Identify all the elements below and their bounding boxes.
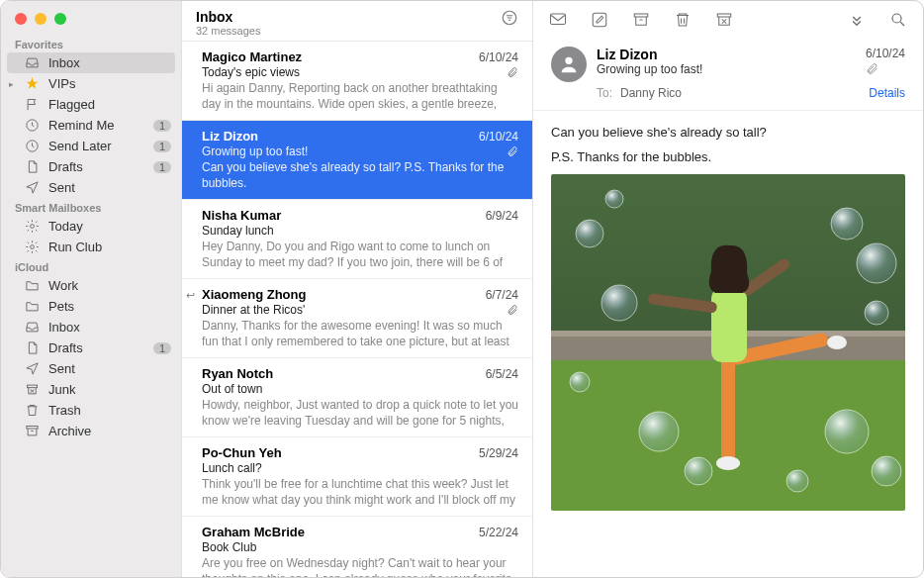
sidebar-item-label: Drafts [48, 340, 145, 355]
details-link[interactable]: Details [869, 86, 905, 100]
sidebar-item-label: Remind Me [48, 118, 145, 133]
sidebar-item-today[interactable]: Today [1, 216, 181, 237]
sidebar-item-label: Work [48, 278, 171, 293]
minimize-window-button[interactable] [35, 13, 46, 25]
reader-body: Can you believe she's already so tall? P… [533, 111, 923, 525]
attachment-icon [866, 62, 905, 75]
sidebar-item-label: Run Club [48, 240, 171, 254]
close-window-button[interactable] [15, 13, 27, 25]
message-list-pane: Inbox 32 messages Magico Martinez6/10/24… [181, 1, 533, 577]
message-date: 5/22/24 [479, 526, 518, 539]
reply-icon[interactable] [549, 11, 567, 29]
paperplane-icon [25, 180, 41, 195]
folder-icon [25, 299, 41, 314]
svg-point-18 [892, 14, 901, 23]
mail-window: FavoritesInbox▸VIPsFlaggedRemind Me1Send… [0, 0, 924, 578]
sidebar-item-junk[interactable]: Junk [1, 379, 181, 400]
message-preview: Are you free on Wednesday night? Can't w… [202, 555, 518, 577]
junk-icon[interactable] [715, 11, 733, 29]
message-from: Po-Chun Yeh [202, 445, 479, 460]
sidebar-item-drafts[interactable]: Drafts1 [1, 337, 181, 358]
svg-rect-26 [721, 352, 735, 461]
message-from: Graham McBride [202, 525, 479, 539]
sidebar-heading: iCloud [1, 257, 181, 275]
compose-icon[interactable] [591, 11, 608, 29]
sidebar-badge: 1 [153, 120, 171, 132]
message-list: Magico Martinez6/10/24Today's epic views… [182, 42, 532, 577]
message-from: Nisha Kumar [202, 208, 486, 223]
svg-point-45 [605, 190, 623, 208]
sidebar-item-sent[interactable]: Sent [1, 358, 181, 379]
message-row[interactable]: Nisha Kumar6/9/24Sunday lunchHey Danny, … [182, 200, 532, 279]
message-row[interactable]: Po-Chun Yeh5/29/24Lunch call?Think you'l… [182, 437, 532, 517]
sidebar: FavoritesInbox▸VIPsFlaggedRemind Me1Send… [1, 1, 181, 577]
sidebar-item-send-later[interactable]: Send Later1 [1, 136, 181, 156]
svg-line-19 [900, 22, 904, 26]
more-icon[interactable] [848, 11, 866, 29]
message-preview: Danny, Thanks for the awesome evening! I… [202, 318, 518, 349]
sidebar-item-vips[interactable]: ▸VIPs [1, 73, 181, 94]
svg-point-37 [639, 412, 679, 451]
sidebar-item-drafts[interactable]: Drafts1 [1, 156, 181, 177]
email-attachment-image[interactable] [551, 174, 905, 511]
sidebar-item-run-club[interactable]: Run Club [1, 237, 181, 257]
sidebar-item-pets[interactable]: Pets [1, 296, 181, 317]
message-date: 6/10/24 [479, 50, 518, 64]
message-subject: Out of town [202, 382, 262, 396]
zoom-window-button[interactable] [54, 13, 66, 25]
message-from: Magico Martinez [202, 49, 479, 64]
reader-to-label: To: [597, 86, 612, 100]
body-line: Can you believe she's already so tall? [551, 125, 905, 140]
message-row[interactable]: ↩Xiaomeng Zhong6/7/24Dinner at the Ricos… [182, 279, 532, 358]
message-preview: Hi again Danny, Reporting back on anothe… [202, 80, 518, 112]
gear-icon [25, 219, 41, 234]
sidebar-item-remind-me[interactable]: Remind Me1 [1, 115, 181, 136]
svg-rect-5 [27, 427, 38, 430]
archive-icon[interactable] [632, 11, 650, 29]
mailbox-title: Inbox [196, 9, 260, 25]
body-line: P.S. Thanks for the bubbles. [551, 149, 905, 164]
clock-icon [25, 118, 41, 133]
sidebar-item-label: Send Later [48, 139, 145, 153]
message-preview: Howdy, neighbor, Just wanted to drop a q… [202, 397, 518, 429]
svg-point-39 [831, 208, 863, 240]
message-subject: Lunch call? [202, 461, 262, 475]
message-row[interactable]: Graham McBride5/22/24Book ClubAre you fr… [182, 517, 532, 577]
doc-icon [25, 340, 41, 355]
sidebar-item-archive[interactable]: Archive [1, 421, 181, 441]
sidebar-badge: 1 [153, 342, 171, 354]
filter-icon[interactable] [501, 9, 518, 27]
message-preview: Hey Danny, Do you and Rigo want to come … [202, 239, 518, 270]
message-preview: Can you believe she's already so tall? P… [202, 159, 518, 191]
clock-icon [25, 139, 41, 153]
sidebar-item-work[interactable]: Work [1, 275, 181, 296]
sidebar-item-label: Archive [48, 424, 171, 438]
message-row[interactable]: Ryan Notch6/5/24Out of townHowdy, neighb… [182, 358, 532, 437]
sidebar-item-inbox[interactable]: Inbox [7, 52, 175, 73]
message-subject: Book Club [202, 540, 256, 554]
svg-point-44 [786, 470, 808, 492]
svg-rect-13 [634, 14, 648, 17]
sidebar-item-label: Inbox [48, 320, 171, 335]
message-from: Xiaomeng Zhong [202, 287, 486, 302]
sidebar-item-flagged[interactable]: Flagged [1, 94, 181, 115]
trash-icon [25, 403, 41, 418]
message-row[interactable]: Magico Martinez6/10/24Today's epic views… [182, 42, 532, 121]
tray-icon [25, 320, 41, 335]
message-subject: Today's epic views [202, 65, 300, 79]
archive-icon [25, 424, 41, 438]
sidebar-item-label: Sent [48, 180, 171, 195]
sidebar-item-label: Flagged [48, 97, 171, 112]
sidebar-badge: 1 [153, 141, 171, 152]
folder-icon [25, 278, 41, 293]
sidebar-item-sent[interactable]: Sent [1, 177, 181, 198]
message-from: Liz Dizon [202, 129, 479, 144]
chevron-right-icon[interactable]: ▸ [9, 79, 14, 89]
trash-icon[interactable] [674, 11, 692, 29]
message-row[interactable]: Liz Dizon6/10/24Growing up too fast!Can … [182, 121, 532, 200]
sidebar-item-label: Pets [48, 299, 171, 314]
sidebar-item-trash[interactable]: Trash [1, 400, 181, 421]
search-icon[interactable] [889, 11, 907, 29]
message-date: 6/5/24 [486, 367, 518, 381]
sidebar-item-inbox[interactable]: Inbox [1, 317, 181, 337]
